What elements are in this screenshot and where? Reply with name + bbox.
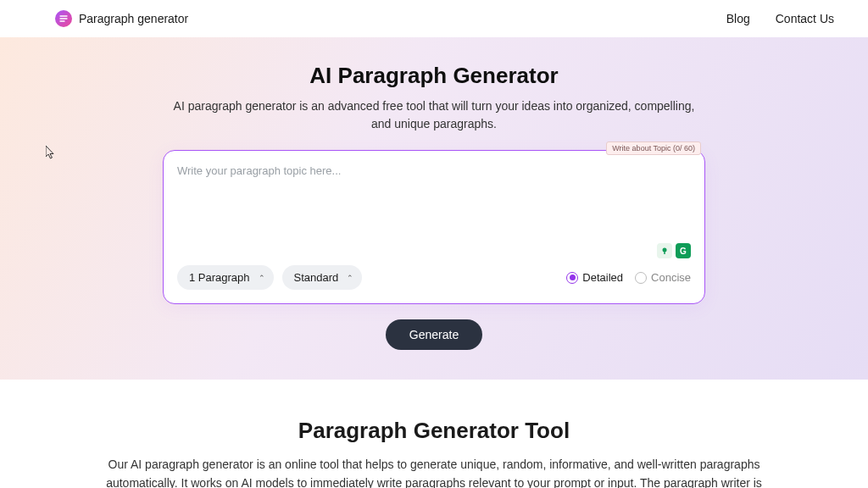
tone-label: Standard (294, 271, 339, 284)
detail-radio-group: Detailed Concise (566, 271, 691, 284)
description-section: Paragraph Generator Tool Our AI paragrap… (0, 380, 868, 488)
section-title: Paragraph Generator Tool (102, 418, 766, 444)
chevron-up-icon: ⌃ (347, 274, 353, 282)
svg-point-0 (663, 248, 667, 252)
nav: Blog Contact Us (726, 12, 834, 25)
hero-section: AI Paragraph Generator AI paragraph gene… (0, 37, 868, 380)
section-body: Our AI paragraph generator is an online … (102, 456, 766, 488)
page-subtitle: AI paragraph generator is an advanced fr… (163, 97, 705, 133)
input-card: G 1 Paragraph ⌃ Standard ⌃ (163, 150, 705, 304)
grammarly-icon: G (676, 243, 691, 258)
char-count-badge: Write about Topic (0/ 60) (606, 141, 701, 155)
logo-icon (55, 10, 72, 27)
chevron-up-icon: ⌃ (259, 274, 265, 282)
radio-concise-label: Concise (651, 271, 691, 284)
controls-row: 1 Paragraph ⌃ Standard ⌃ Detailed (177, 265, 691, 290)
extension-pin-icon (657, 243, 672, 258)
radio-circle-icon (635, 272, 647, 284)
nav-blog[interactable]: Blog (726, 12, 750, 25)
radio-detailed[interactable]: Detailed (566, 271, 623, 284)
nav-contact[interactable]: Contact Us (776, 12, 834, 25)
topic-input[interactable] (177, 164, 691, 245)
header: Paragraph generator Blog Contact Us (0, 0, 868, 37)
cursor-icon (46, 146, 56, 162)
paragraph-count-select[interactable]: 1 Paragraph ⌃ (177, 265, 274, 290)
generate-button[interactable]: Generate (386, 319, 482, 350)
radio-concise[interactable]: Concise (635, 271, 691, 284)
radio-circle-icon (566, 272, 578, 284)
tone-select[interactable]: Standard ⌃ (282, 265, 363, 290)
paragraph-count-label: 1 Paragraph (189, 271, 250, 284)
brand-name: Paragraph generator (79, 12, 188, 25)
brand: Paragraph generator (55, 10, 188, 27)
extension-icons: G (177, 243, 691, 258)
radio-detailed-label: Detailed (582, 271, 623, 284)
page-title: AI Paragraph Generator (163, 63, 705, 89)
